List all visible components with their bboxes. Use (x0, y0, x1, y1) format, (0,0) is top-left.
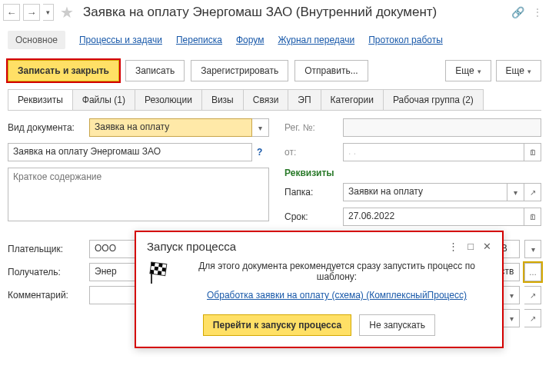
tab-workgroup[interactable]: Рабочая группа (2) (383, 89, 484, 110)
svg-rect-7 (158, 267, 163, 271)
tab-requisites[interactable]: Реквизиты (8, 89, 73, 110)
comment-label: Комментарий: (8, 290, 85, 301)
regno-input[interactable] (343, 118, 541, 137)
section-link-transfer[interactable]: Журнал передачи (278, 35, 354, 45)
doc-type-dropdown-button[interactable]: ▾ (252, 118, 269, 137)
extra-dropdown-2[interactable]: ▾ (503, 309, 520, 327)
doc-name-input[interactable]: Заявка на оплату Энергомаш ЗАО (8, 143, 252, 161)
checkered-flag-icon (147, 261, 171, 285)
tab-resolutions[interactable]: Резолюции (135, 89, 202, 110)
currency-dropdown-button[interactable]: ▾ (524, 240, 541, 258)
section-link-processes[interactable]: Процессы и задачи (79, 35, 162, 45)
detail-tabs: Реквизиты Файлы (1) Резолюции Визы Связи… (8, 89, 541, 111)
folder-open-button[interactable]: ↗ (524, 183, 541, 201)
doc-type-label: Вид документа: (8, 122, 85, 133)
save-button[interactable]: Записать (125, 60, 185, 81)
tab-categories[interactable]: Категории (321, 89, 384, 110)
section-link-protocol[interactable]: Протокол работы (368, 35, 443, 45)
section-nav: Основное Процессы и задачи Переписка Фор… (0, 28, 549, 57)
form-area: Вид документа: Заявка на оплату ▾ Заявка… (0, 111, 549, 240)
page-title: Заявка на оплату Энергомаш ЗАО (Внутренн… (83, 5, 437, 20)
dialog-maximize-icon[interactable]: □ (467, 241, 474, 252)
process-launch-dialog: Запуск процесса ⋮ □ ✕ Для этого документ… (135, 231, 504, 348)
dialog-close-icon[interactable]: ✕ (483, 241, 491, 252)
folder-input[interactable]: Заявки на оплату (343, 183, 507, 201)
tab-files[interactable]: Файлы (1) (72, 89, 135, 110)
section-link-correspondence[interactable]: Переписка (176, 35, 222, 45)
from-date-input[interactable]: . . (343, 143, 524, 161)
dialog-go-button[interactable]: Перейти к запуску процесса (203, 314, 351, 336)
deadline-input[interactable]: 27.06.2022 (343, 208, 524, 226)
payer-label: Плательщик: (8, 244, 85, 254)
extra-dropdown-1[interactable]: ▾ (503, 286, 520, 304)
requisites-header: Реквизиты (284, 168, 541, 178)
deadline-picker-button[interactable]: 🗓 (524, 208, 541, 226)
tab-visas[interactable]: Визы (201, 89, 244, 110)
more-button-2[interactable]: Еще▾ (496, 60, 541, 81)
from-date-picker-button[interactable]: 🗓 (524, 143, 541, 161)
regno-label: Рег. №: (284, 122, 338, 133)
more-button-1[interactable]: Еще▾ (445, 60, 491, 81)
help-icon[interactable]: ? (257, 147, 269, 158)
favorite-star-icon[interactable]: ★ (60, 3, 74, 22)
receiver-ellipsis-button[interactable]: … (524, 263, 541, 281)
extra-open-1[interactable]: ↗ (524, 286, 541, 304)
dialog-template-link[interactable]: Обработка заявки на оплату (схема) (Комп… (207, 290, 467, 301)
register-button[interactable]: Зарегистрировать (191, 60, 288, 81)
receiver-label: Получатель: (8, 267, 85, 277)
send-button[interactable]: Отправить... (294, 60, 368, 81)
save-close-button[interactable]: Записать и закрыть (8, 60, 119, 81)
svg-rect-6 (155, 267, 159, 271)
link-icon[interactable]: 🔗 (511, 6, 524, 18)
from-label: от: (284, 147, 338, 158)
section-main[interactable]: Основное (8, 31, 65, 49)
toolbar: Записать и закрыть Записать Зарегистриро… (0, 57, 549, 89)
nav-back-button[interactable]: ← (3, 4, 20, 21)
nav-dropdown-button[interactable]: ▾ (43, 4, 54, 21)
dialog-title: Запуск процесса (147, 240, 236, 253)
kebab-menu-icon[interactable]: ⋮ (532, 6, 543, 18)
folder-label: Папка: (284, 187, 338, 198)
dialog-skip-button[interactable]: Не запускать (359, 314, 435, 336)
folder-dropdown-button[interactable]: ▾ (507, 183, 524, 201)
tab-ep[interactable]: ЭП (288, 89, 321, 110)
description-textarea[interactable] (8, 168, 269, 221)
dialog-menu-icon[interactable]: ⋮ (448, 241, 458, 252)
titlebar: ← → ▾ ★ Заявка на оплату Энергомаш ЗАО (… (0, 0, 549, 28)
tab-links[interactable]: Связи (243, 89, 289, 110)
section-link-forum[interactable]: Форум (236, 35, 264, 45)
nav-forward-button[interactable]: → (23, 4, 40, 21)
doc-type-input[interactable]: Заявка на оплату (89, 118, 252, 137)
extra-open-2[interactable]: ↗ (524, 309, 541, 327)
dialog-message: Для этого документа рекомендуется сразу … (182, 261, 491, 282)
deadline-label: Срок: (284, 211, 338, 222)
